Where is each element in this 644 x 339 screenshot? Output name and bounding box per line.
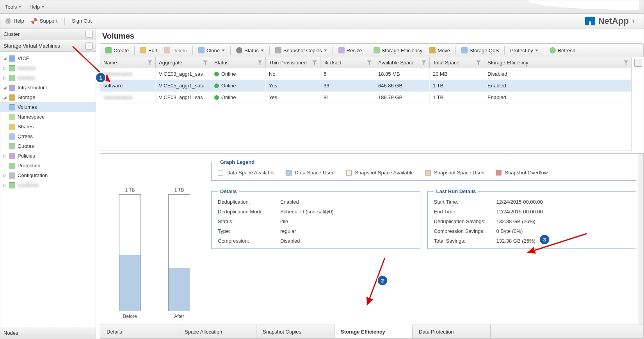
tree-quotas[interactable]: Quotas — [0, 141, 96, 151]
caret-down-icon — [222, 50, 225, 51]
table-row[interactable]: volumenameVICE03_aggr1_sasOnlineYes81189… — [100, 92, 632, 103]
help-link[interactable]: ? Help — [5, 18, 24, 24]
separator — [368, 46, 368, 55]
menu-help[interactable]: Help — [29, 4, 44, 10]
twisty-closed-icon: ▷ — [3, 66, 7, 71]
volumes-grid: Name Aggregate Status Thin Provisioned %… — [100, 57, 632, 151]
tree-host3[interactable]: ▷hostthree — [0, 180, 96, 190]
tree-host1-label: hostone — [18, 65, 36, 71]
kv-value: 12/24/2015 00:00:00 — [496, 209, 630, 215]
tab-space-allocation[interactable]: Space Allocation — [178, 325, 256, 338]
filter-icon[interactable] — [148, 60, 152, 65]
edit-button[interactable]: Edit — [137, 46, 160, 55]
move-button[interactable]: Move — [427, 46, 453, 55]
kv-value: regular — [280, 228, 414, 234]
separator — [192, 46, 193, 55]
col-header-thin[interactable]: Thin Provisioned — [266, 57, 320, 68]
tab-details[interactable]: Details — [100, 325, 178, 338]
filter-icon[interactable] — [367, 60, 372, 65]
filter-icon[interactable] — [476, 60, 481, 65]
tree-host3-label: hostthree — [18, 182, 39, 188]
create-label: Create — [114, 48, 129, 53]
support-label: Support — [40, 18, 58, 24]
col-header-eff[interactable]: Storage Efficiency — [484, 57, 632, 68]
menu-tools[interactable]: Tools — [5, 4, 21, 10]
status-dot-icon — [214, 83, 219, 88]
kv-value: 132.38 GB (26%) — [496, 218, 630, 224]
help-icon: ? — [5, 18, 11, 24]
grid-columns-button[interactable] — [634, 59, 642, 67]
tree-volumes[interactable]: Volumes — [0, 102, 96, 112]
filter-icon[interactable] — [258, 60, 262, 65]
nav-header-cluster[interactable]: Cluster + — [0, 28, 96, 40]
status-icon — [236, 47, 242, 53]
details-fieldset: Details Deduplication:EnabledDeduplicati… — [211, 188, 420, 249]
tree-shares[interactable]: Shares — [0, 122, 96, 131]
nav-header-nodes[interactable]: Nodes + — [0, 327, 96, 339]
detail-tabs: DetailsSpace AllocationSnapshot CopiesSt… — [100, 325, 644, 339]
filter-icon[interactable] — [203, 60, 208, 65]
table-row[interactable]: volumenameVICE03_aggr1_sasOnlineNo518.85… — [100, 68, 632, 80]
qos-button[interactable]: Storage QoS — [459, 46, 502, 55]
kv-key: Compression Savings: — [434, 228, 496, 234]
kv-key: Type: — [218, 228, 280, 234]
col-header-avail[interactable]: Available Space — [375, 57, 430, 68]
snapshot-icon — [275, 47, 281, 53]
grid-body: volumenameVICE03_aggr1_sasOnlineNo518.85… — [100, 68, 632, 151]
tree-configuration-label: Configuration — [18, 172, 48, 178]
expand-button[interactable]: + — [85, 31, 93, 38]
resize-label: Resize — [347, 48, 362, 53]
resize-icon — [338, 47, 345, 53]
tab-snapshot-copies[interactable]: Snapshot Copies — [256, 325, 334, 338]
tree-policies[interactable]: ▷Policies — [0, 151, 96, 161]
tab-data-protection[interactable]: Data Protection — [413, 325, 491, 338]
svg-line-2 — [528, 234, 587, 252]
cell-aggregate-value: VICE03_aggr1_sas — [159, 71, 203, 77]
tree-protection[interactable]: Protection — [0, 161, 96, 170]
cell-aggregate-value: VICE03_aggr1_sas — [159, 94, 203, 100]
legend-used: Data Space Used — [286, 170, 334, 176]
legend-snapused-label: Snapshot Space Used — [434, 170, 484, 176]
cell-aggregate: VICE05_aggr1_sata — [156, 80, 211, 91]
clone-button[interactable]: Clone — [196, 46, 228, 55]
kv-key: Total Savings: — [434, 238, 496, 244]
tree-namespace[interactable]: Namespace — [0, 112, 96, 122]
trademark: ® — [632, 19, 635, 23]
col-header-used[interactable]: % Used — [320, 57, 375, 68]
table-row[interactable]: softwareVICE05_aggr1_sataOnlineYes36646.… — [100, 80, 632, 92]
tree-configuration[interactable]: ▷Configuration — [0, 170, 96, 180]
protect-button[interactable]: Protect by — [507, 46, 541, 55]
tree-qtrees[interactable]: Qtrees — [0, 131, 96, 141]
cell-aggregate: VICE03_aggr1_sas — [156, 92, 211, 103]
col-header-total[interactable]: Total Space — [430, 57, 484, 68]
filter-icon[interactable] — [312, 60, 317, 65]
col-header-aggregate[interactable]: Aggregate — [156, 57, 211, 68]
legend-overflow: Snapshot Overflow — [496, 170, 548, 176]
filter-icon[interactable] — [624, 60, 628, 65]
status-button[interactable]: Status — [233, 46, 267, 55]
col-header-avail-label: Available Space — [378, 60, 415, 66]
edit-icon — [140, 47, 146, 53]
decorative-swoosh — [389, 0, 639, 13]
tab-storage-efficiency[interactable]: Storage Efficiency — [334, 325, 413, 338]
cell-avail: 189.79 GB — [375, 92, 430, 103]
col-header-status[interactable]: Status — [211, 57, 266, 68]
expand-button[interactable]: + — [89, 330, 93, 336]
support-link[interactable]: Support — [31, 18, 58, 24]
move-icon — [429, 47, 436, 53]
refresh-button[interactable]: Refresh — [547, 46, 578, 55]
cell-eff: Enabled — [484, 92, 632, 103]
details-scrollbar[interactable] — [638, 154, 643, 325]
snapshot-button[interactable]: Snapshot Copies — [272, 46, 330, 55]
bar-before-label: Before — [123, 314, 137, 319]
legend-used-label: Data Space Used — [295, 170, 334, 176]
signout-link[interactable]: Sign Out — [72, 18, 92, 24]
kv-key: Deduplication: — [218, 199, 280, 205]
filter-icon[interactable] — [422, 60, 426, 65]
efficiency-button[interactable]: Storage Efficiency — [371, 46, 425, 55]
refresh-icon — [550, 47, 556, 53]
resize-button[interactable]: Resize — [336, 46, 365, 55]
arrow-3 — [524, 234, 591, 258]
nav-header-nodes-label: Nodes — [4, 330, 18, 336]
tree-storage[interactable]: ◢Storage — [0, 92, 96, 102]
